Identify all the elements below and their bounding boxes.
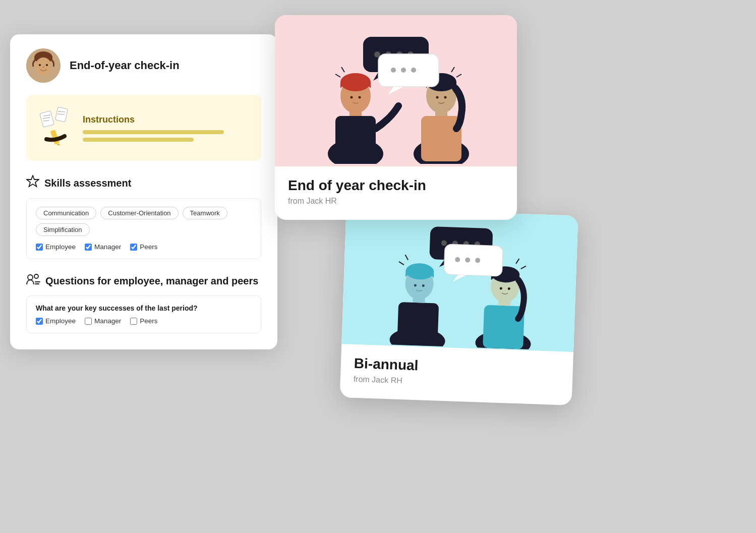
- svg-rect-21: [335, 116, 376, 161]
- svg-rect-28: [421, 116, 461, 161]
- svg-point-26: [359, 96, 361, 99]
- question-manager-checkbox[interactable]: Manager: [85, 317, 121, 325]
- svg-point-44: [411, 68, 416, 73]
- question-peers-checkbox[interactable]: Peers: [130, 317, 157, 325]
- review-card-bottom-body: Bi-annual from Jack RH: [340, 344, 573, 405]
- question-employee-checkbox[interactable]: Employee: [36, 317, 76, 325]
- svg-point-33: [444, 96, 447, 99]
- svg-rect-71: [444, 244, 503, 276]
- skills-checkbox-row: Employee Manager Peers: [36, 243, 252, 251]
- svg-line-12: [58, 111, 65, 112]
- svg-point-43: [401, 68, 406, 73]
- form-title: End-of-year check-in: [70, 59, 180, 72]
- skills-section-header: Skills assessment: [26, 175, 261, 191]
- skill-tag-teamwork: Teamwork: [183, 207, 227, 219]
- questions-section-title: Questions for employee, manager and peer…: [45, 275, 258, 287]
- svg-point-4: [46, 64, 48, 66]
- review-card-bottom: Bi-annual from Jack RH: [340, 208, 578, 405]
- skill-tag-communication: Communication: [36, 207, 96, 219]
- instructions-title: Instructions: [83, 114, 224, 125]
- instructions-content: Instructions: [83, 114, 224, 142]
- question-text: What are your key successes of the last …: [36, 304, 252, 312]
- avatar: [26, 48, 61, 83]
- svg-point-42: [391, 68, 396, 73]
- svg-line-10: [43, 121, 49, 121]
- svg-point-25: [351, 96, 353, 99]
- svg-point-16: [34, 274, 38, 278]
- svg-point-32: [436, 96, 439, 99]
- skill-tags: Communication Customer-Orientation Teamw…: [36, 207, 252, 236]
- skills-peers-checkbox[interactable]: Peers: [130, 243, 157, 251]
- questions-section-header: Questions for employee, manager and peer…: [26, 273, 261, 288]
- questions-box: What are your key successes of the last …: [26, 295, 261, 333]
- review-card-top: End of year check-in from Jack HR: [275, 15, 517, 220]
- svg-point-3: [39, 64, 41, 66]
- review-card-top-body: End of year check-in from Jack HR: [275, 166, 517, 220]
- svg-point-15: [28, 275, 33, 280]
- svg-point-2: [35, 57, 51, 76]
- instructions-line-1: [83, 130, 224, 134]
- instructions-line-2: [83, 138, 194, 142]
- form-header: End-of-year check-in: [26, 48, 261, 83]
- skills-section-title: Skills assessment: [44, 177, 131, 189]
- review-card-top-title: End of year check-in: [288, 177, 504, 194]
- card-image-bottom: [341, 208, 578, 352]
- svg-rect-40: [378, 54, 439, 87]
- skills-box: Communication Customer-Orientation Teamw…: [26, 198, 261, 259]
- form-card: End-of-year check-in Instructions: [10, 34, 277, 349]
- svg-rect-52: [397, 302, 439, 346]
- questions-icon: [26, 273, 40, 288]
- skill-tag-customer-orientation: Customer-Orientation: [100, 207, 178, 219]
- skills-icon: [26, 175, 39, 191]
- instructions-lines: [83, 130, 224, 142]
- question-checkbox-row: Employee Manager Peers: [36, 317, 252, 325]
- card-image-top: [275, 15, 517, 166]
- skill-tag-simplification: Simplification: [36, 223, 90, 236]
- skills-manager-checkbox[interactable]: Manager: [85, 243, 121, 251]
- instructions-icon: [37, 105, 74, 151]
- svg-rect-59: [483, 305, 525, 349]
- svg-marker-14: [27, 175, 39, 187]
- review-card-top-subtitle: from Jack HR: [288, 197, 504, 206]
- skills-employee-checkbox[interactable]: Employee: [36, 243, 76, 251]
- svg-line-13: [57, 114, 65, 114]
- svg-rect-7: [40, 111, 54, 128]
- instructions-box: Instructions: [26, 95, 261, 161]
